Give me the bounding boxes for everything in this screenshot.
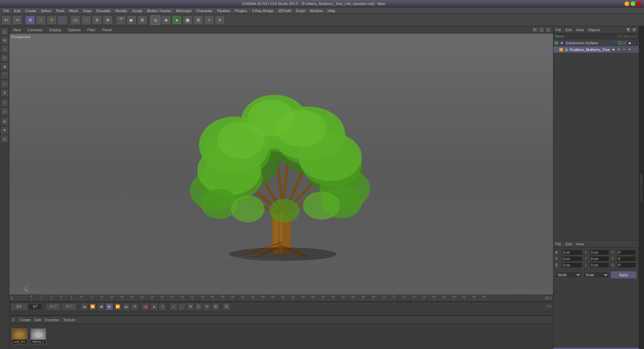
undo-button[interactable]: ↩ (1, 15, 11, 25)
object-mode-tool[interactable]: ◻ (1, 28, 9, 36)
point-tool[interactable]: ◈ (1, 62, 9, 70)
menu-item-3dtoall[interactable]: 3DToAll (276, 8, 293, 13)
viewport-menu-cameras[interactable]: Cameras (26, 27, 44, 33)
menu-item-help[interactable]: Help (326, 8, 337, 13)
key-help-button[interactable]: ? (159, 303, 166, 310)
menu-item-file[interactable]: File (1, 8, 11, 13)
world-mode-select[interactable]: World (555, 272, 581, 278)
om-menu-view[interactable]: View (576, 28, 584, 32)
coord-h-input[interactable] (616, 250, 636, 255)
add-keyframe-button[interactable]: + (170, 303, 177, 310)
menu-item-v-ray-bridge[interactable]: V-Ray Bridge (250, 8, 276, 13)
coord-y-sub-input[interactable] (590, 256, 609, 261)
viewport-ctrl-2[interactable]: ↕ (539, 27, 544, 33)
model-button[interactable]: ▭ (70, 15, 81, 25)
viewport-ctrl-fullscreen[interactable]: ⛶ (546, 27, 551, 33)
menu-item-mesh[interactable]: Mesh (67, 8, 80, 13)
render-settings-button[interactable]: ⚙ (137, 15, 147, 25)
menu-item-window[interactable]: Window (308, 8, 325, 13)
right-resize-handle[interactable] (553, 348, 639, 349)
anim-tool[interactable]: ▼ (1, 126, 9, 134)
menu-item-render[interactable]: Render (113, 8, 129, 13)
edge-tool[interactable]: ⬡ (1, 54, 9, 62)
attr-menu-edit[interactable]: Edit (565, 242, 572, 246)
om-mulberry-tag-3[interactable]: ≡ (622, 47, 627, 52)
menu-item-snap[interactable]: Snap (81, 8, 94, 13)
om-row-subdivision[interactable]: ◆ Subdivision Surface ▣ ✓ (553, 40, 639, 46)
rotate-button[interactable]: ↻ (92, 15, 102, 25)
viewport-canvas[interactable]: Perspective (9, 34, 553, 295)
texture-tool2[interactable]: ⊕ (1, 117, 9, 126)
loop-button[interactable]: ↺ (131, 303, 138, 310)
material-morus-thumb[interactable]: Morus_1 (30, 328, 46, 344)
go-to-start-button[interactable]: ⏮ (81, 303, 88, 310)
coord-z-input[interactable] (561, 262, 582, 268)
coord-x-sub-input[interactable] (590, 250, 609, 255)
timeline-list-button[interactable]: ☰ (223, 303, 230, 310)
record-button[interactable]: ⏺ (142, 303, 149, 310)
extra-tool[interactable]: ⊙ (1, 135, 9, 143)
om-mulberry-tag-2[interactable]: ⊡ (616, 47, 621, 52)
perspective-button[interactable]: ◎ (150, 15, 160, 25)
material-menu-texture[interactable]: Texture (63, 318, 75, 322)
checkerboard-tool[interactable]: ⊞ (1, 36, 9, 44)
om-search-icon[interactable]: 🔍 (626, 28, 631, 32)
minimize-button[interactable] (625, 1, 629, 6)
material-menu-create[interactable]: Create (19, 318, 31, 322)
flat-button[interactable]: ◈ (161, 15, 171, 25)
material-menu-edit[interactable]: Edit (35, 318, 41, 322)
layer-tool[interactable]: ≡ (1, 107, 9, 115)
menu-item-pipeline[interactable]: Pipeline (215, 8, 232, 13)
move-tool-button[interactable]: ⊕ (25, 15, 35, 25)
menu-item-motion-tracker[interactable]: Motion Tracker (145, 8, 174, 13)
apply-button[interactable]: Apply (611, 271, 637, 279)
menu-item-simulate[interactable]: Simulate (94, 8, 113, 13)
material-menu-function[interactable]: Function (45, 318, 59, 322)
om-subdiv-tag-2[interactable]: ✓ (633, 41, 637, 45)
menu-item-sculpt[interactable]: Sculpt (130, 8, 144, 13)
polygon-tool[interactable]: ◇ (1, 45, 9, 53)
maximize-button[interactable] (631, 1, 635, 6)
viewport-ctrl-1[interactable]: ⇱ (532, 27, 538, 33)
viewport-menu-panel[interactable]: Panel (101, 27, 113, 33)
remove-keyframe-button[interactable]: - (178, 303, 186, 310)
redo-button[interactable]: ↪ (12, 15, 22, 25)
coord-z-sub-input[interactable] (590, 262, 609, 268)
menu-item-tools[interactable]: Tools (54, 8, 66, 13)
close-button[interactable] (637, 1, 641, 6)
om-mulberry-tag-4[interactable]: ⊕ (627, 47, 632, 52)
wireframe-button[interactable]: ⊞ (193, 15, 203, 25)
material-tool[interactable]: $ (1, 89, 9, 97)
attr-menu-file[interactable]: File (555, 242, 561, 246)
x-axis-button[interactable]: X (36, 15, 46, 25)
attr-menu-view[interactable]: View (576, 242, 584, 246)
z-axis-button[interactable]: Z (57, 15, 67, 25)
om-subdiv-visible-flag[interactable] (618, 41, 622, 45)
menu-item-character[interactable]: Character (194, 8, 214, 13)
texture-button[interactable]: ▣ (183, 15, 193, 25)
menu-item-select[interactable]: Select (39, 8, 53, 13)
timeline-options-button[interactable]: ⊟ (187, 303, 194, 310)
om-subdiv-render-flag[interactable] (623, 41, 627, 45)
photoshop-button[interactable]: P (203, 303, 211, 310)
play-back-button[interactable]: ◀ (97, 303, 105, 310)
menu-item-script[interactable]: Script (294, 8, 307, 13)
viewport-menu-options[interactable]: Options (66, 27, 82, 33)
play-button[interactable]: ▶ (106, 303, 113, 310)
viewport-menu-display[interactable]: Display (48, 27, 62, 33)
om-subdiv-tag-1[interactable]: ▣ (627, 41, 632, 45)
viewport-menu-filter[interactable]: Filter (86, 27, 97, 33)
cinema-logo-button[interactable]: C (195, 303, 202, 310)
render-region-button[interactable]: 🎬 (116, 15, 126, 25)
om-mulberry-tag-5[interactable]: ⋯ (633, 47, 637, 52)
coord-y-input[interactable] (561, 256, 582, 261)
om-menu-objects[interactable]: Objects (588, 28, 600, 32)
viewport-menu-view[interactable]: View (11, 27, 22, 33)
coord-x-input[interactable] (561, 250, 582, 255)
sculpt-tool[interactable]: ⌇ (1, 99, 9, 107)
brush-tool[interactable]: 〜 (1, 80, 9, 88)
menu-item-edit[interactable]: Edit (12, 8, 22, 13)
scale-button[interactable]: ⊕ (103, 15, 113, 25)
frame-input[interactable] (29, 304, 42, 310)
coord-p-input[interactable] (616, 256, 636, 261)
